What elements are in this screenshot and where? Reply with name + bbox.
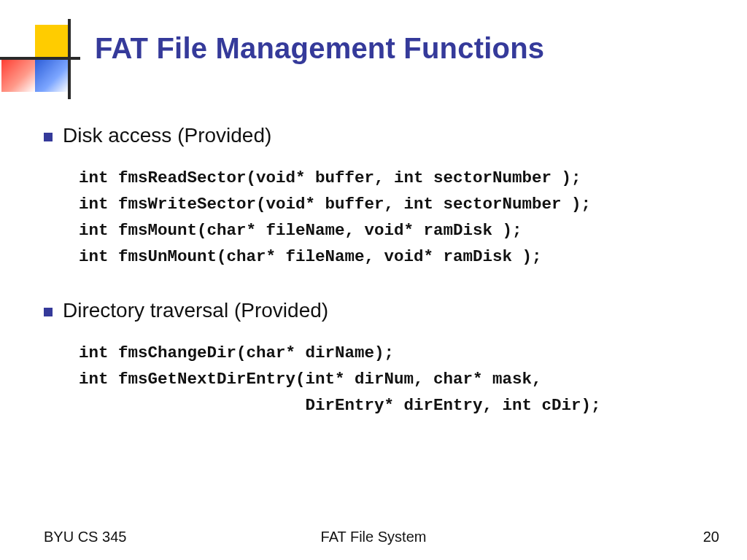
slide-footer: BYU CS 345 FAT File System 20 — [0, 526, 747, 547]
code-block: int fmsReadSector(void* buffer, int sect… — [79, 165, 708, 270]
slide-content: Disk access (Provided) int fmsReadSector… — [44, 124, 708, 448]
bullet-text: Disk access (Provided) — [63, 124, 271, 147]
slide: FAT File Management Functions Disk acces… — [0, 0, 747, 560]
code-line: int fmsWriteSector(void* buffer, int sec… — [79, 191, 708, 217]
bullet-marker-icon — [44, 308, 53, 316]
footer-left: BYU CS 345 — [44, 529, 126, 545]
title-underline — [0, 90, 747, 93]
code-line: int fmsUnMount(char* fileName, void* ram… — [79, 244, 708, 270]
slide-title: FAT File Management Functions — [95, 32, 729, 65]
code-line: int fmsReadSector(void* buffer, int sect… — [79, 165, 708, 191]
logo-square-red — [1, 58, 35, 92]
bullet-marker-icon — [44, 133, 53, 141]
code-line: DirEntry* dirEntry, int cDir); — [79, 392, 708, 419]
code-line: int fmsMount(char* fileName, void* ramDi… — [79, 217, 708, 244]
code-line: int fmsChangeDir(char* dirName); — [79, 340, 708, 366]
bullet-item: Directory traversal (Provided) — [44, 299, 708, 322]
code-block: int fmsChangeDir(char* dirName); int fms… — [79, 340, 708, 419]
logo-cross-vertical — [68, 19, 71, 99]
code-line: int fmsGetNextDirEntry(int* dirNum, char… — [79, 366, 708, 392]
bullet-text: Directory traversal (Provided) — [63, 299, 328, 322]
slide-logo — [0, 19, 80, 92]
footer-right: 20 — [703, 529, 719, 545]
logo-square-yellow — [35, 25, 69, 58]
bullet-item: Disk access (Provided) — [44, 124, 708, 147]
logo-square-blue — [35, 58, 69, 92]
